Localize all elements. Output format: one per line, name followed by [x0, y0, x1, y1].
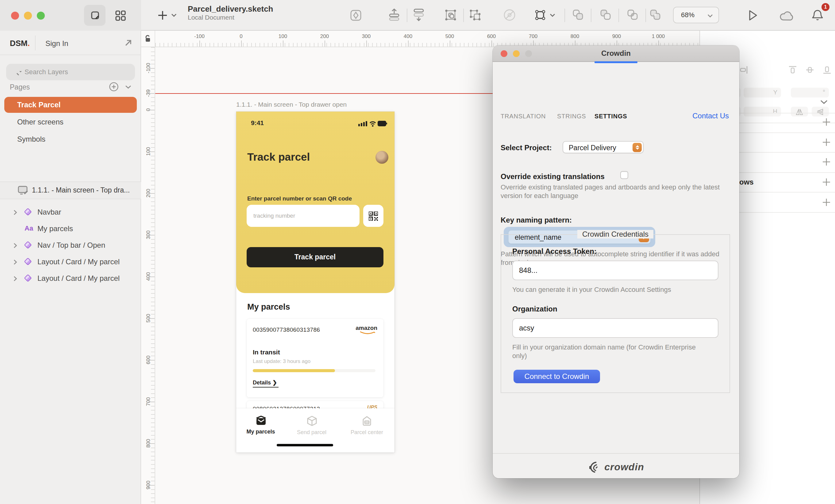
select-project-dropdown[interactable]: Parcel Delivery	[563, 141, 644, 153]
layer-row-navbar[interactable]: Navbar	[0, 204, 141, 221]
cloud-sync-button[interactable]	[780, 11, 794, 21]
parcel-card-1[interactable]: 00359007738060313786 amazon In transit L…	[247, 319, 384, 397]
details-link[interactable]: Details ❯	[253, 380, 278, 387]
organization-input[interactable]: acsy	[512, 318, 718, 338]
add-border-button[interactable]	[822, 158, 831, 166]
section-collapse-chevron-icon[interactable]	[820, 100, 828, 104]
union-button[interactable]	[572, 9, 584, 20]
override-help-text: Override existing translated pages and a…	[501, 183, 731, 200]
document-title-block[interactable]: Parcel_delivery.sketch Local Document	[188, 4, 273, 21]
insert-symbol-button[interactable]	[350, 10, 361, 21]
add-blur-button[interactable]	[822, 198, 831, 207]
hruler-label: 0	[240, 33, 242, 39]
override-translations-checkbox[interactable]	[620, 171, 628, 179]
tab-translation[interactable]: TRANSLATION	[501, 113, 546, 120]
dialog-titlebar[interactable]: Crowdin	[493, 45, 739, 62]
canvas-view-button[interactable]	[84, 5, 105, 26]
vertical-ruler[interactable]: -100 -39 0 100 200 300 400 500 600 700 8…	[141, 47, 155, 504]
chevron-right-icon[interactable]	[14, 259, 17, 265]
toolbar-divider	[407, 8, 407, 22]
upload-dsm-button[interactable]	[389, 8, 400, 21]
layer-row-nav-top-bar[interactable]: Nav / Top bar / Open	[0, 237, 141, 254]
frame-button[interactable]	[534, 9, 546, 21]
nav-tab-my-parcels[interactable]: My parcels	[239, 416, 282, 435]
tab-settings[interactable]: SETTINGS	[594, 113, 627, 120]
close-window-button[interactable]	[11, 12, 19, 20]
contact-us-link[interactable]: Contact Us	[692, 111, 729, 120]
layer-row-my-parcels[interactable]: Aa My parcels	[0, 221, 141, 237]
insert-dropdown-button[interactable]	[171, 14, 177, 17]
horizontal-ruler[interactable]: -100 0 100 200 300 400 500 600 700 800 9…	[155, 31, 699, 47]
notifications-button[interactable]	[812, 9, 823, 21]
nav-tab-parcel-center[interactable]: Parcel center	[345, 416, 388, 435]
zoom-window-button[interactable]	[37, 12, 45, 20]
sidebar-page-track-parcel[interactable]: Track Parcel	[4, 97, 137, 113]
chevron-right-icon[interactable]	[14, 276, 17, 281]
subtract-button[interactable]	[600, 9, 611, 20]
tracking-number-placeholder: tracking number	[253, 212, 295, 219]
artboard-tree-header[interactable]: 1.1.1. - Main screen - Top dra...	[0, 182, 141, 199]
artboard-main-screen[interactable]: 9:41 Track parcel Enter parcel number or…	[236, 111, 394, 453]
track-parcel-button[interactable]: Track parcel	[247, 247, 384, 267]
search-layers-input[interactable]: Search Layers	[6, 64, 135, 80]
symbol-icon	[24, 241, 32, 249]
insert-button[interactable]	[158, 10, 167, 20]
vector-edit-button[interactable]	[503, 8, 516, 21]
flip-vertical-button[interactable]	[812, 107, 829, 117]
minimize-window-button[interactable]	[24, 12, 32, 20]
amazon-swoosh-icon	[360, 331, 375, 335]
chevron-right-icon[interactable]	[14, 210, 17, 215]
collapse-pages-button[interactable]	[125, 85, 131, 89]
align-right-icon[interactable]	[739, 66, 748, 74]
rotation-field[interactable]: °	[791, 88, 829, 98]
y-position-field[interactable]: Y	[744, 88, 781, 98]
sign-in-link[interactable]: Sign In	[45, 39, 68, 48]
key-naming-pattern-label: Key naming pattern:	[501, 216, 572, 225]
flip-horizontal-button[interactable]	[791, 107, 808, 117]
intersect-button[interactable]	[627, 9, 638, 20]
window-toolbar: Parcel_delivery.sketch Local Document 68…	[0, 0, 835, 31]
token-value: 848...	[519, 266, 537, 275]
avatar[interactable]	[375, 151, 388, 164]
tracking-number-input[interactable]: tracking number	[247, 205, 360, 227]
boolean-subtract-icon	[600, 9, 611, 20]
preview-button[interactable]	[749, 10, 758, 21]
dsm-brand[interactable]: DSM.	[10, 39, 30, 48]
chevron-right-icon[interactable]	[14, 243, 17, 248]
scan-qr-button[interactable]	[363, 205, 384, 227]
hruler-label: 200	[320, 33, 329, 39]
tab-strings[interactable]: STRINGS	[557, 113, 586, 120]
sidebar-page-symbols[interactable]: Symbols	[4, 131, 137, 147]
parcel-center-icon	[362, 416, 372, 426]
sidebar-page-other-screens[interactable]: Other screens	[4, 114, 137, 130]
layer-row-card-1[interactable]: Layout / Card / My parcel	[0, 254, 141, 270]
ungroup-button[interactable]	[469, 9, 481, 21]
add-page-button[interactable]	[109, 82, 118, 91]
add-style-button[interactable]	[822, 118, 831, 126]
amazon-logo: amazon	[355, 324, 377, 331]
layer-row-card-2[interactable]: Layout / Card / My parcel	[0, 270, 141, 287]
add-shadow-button[interactable]	[822, 178, 831, 186]
lock-open-icon[interactable]	[145, 35, 151, 42]
chevron-down-icon[interactable]	[7, 189, 13, 192]
token-input[interactable]: 848...	[512, 260, 718, 280]
hruler-label: 400	[404, 33, 412, 39]
zoom-level-value: 68%	[681, 11, 694, 18]
add-fill-button[interactable]	[822, 138, 831, 147]
align-top-icon[interactable]	[788, 66, 797, 74]
height-field[interactable]: H	[744, 107, 781, 117]
align-middle-v-icon[interactable]	[806, 66, 814, 74]
connect-to-crowdin-button[interactable]: Connect to Crowdin	[513, 370, 600, 383]
group-button[interactable]	[445, 9, 456, 21]
red-guide-line[interactable]	[155, 93, 493, 94]
difference-button[interactable]	[650, 9, 661, 20]
download-stack-button[interactable]	[413, 8, 424, 21]
open-external-icon[interactable]	[125, 39, 132, 47]
zoom-level-dropdown[interactable]: 68%	[673, 7, 719, 23]
nav-tab-send-parcel[interactable]: Send parcel	[290, 416, 333, 435]
artboard-title[interactable]: 1.1.1. - Main screen - Top drawer open	[236, 101, 347, 108]
frame-dropdown-button[interactable]	[550, 14, 555, 17]
grid-view-button[interactable]	[115, 10, 126, 21]
align-bottom-icon[interactable]	[823, 66, 831, 74]
select-project-label: Select Project:	[501, 144, 552, 152]
